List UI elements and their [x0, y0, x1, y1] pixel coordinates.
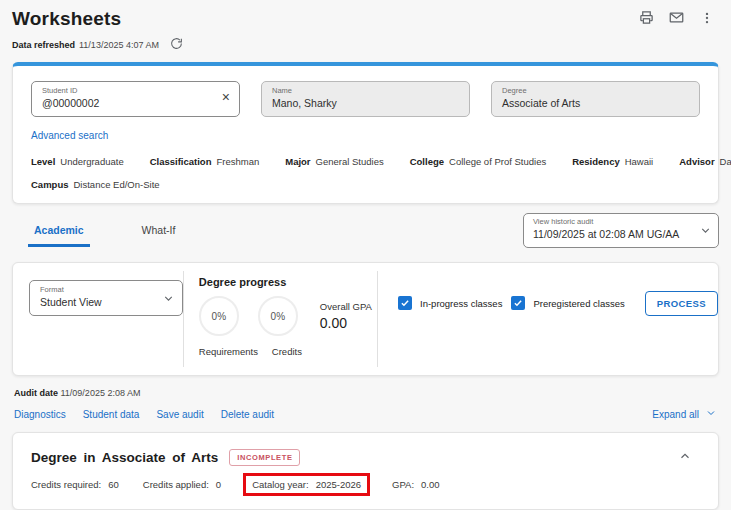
attr-major: Major General Studies: [285, 156, 383, 167]
kebab-menu-icon: [700, 11, 714, 28]
degree-progress-section: Degree progress 0% 0% Overall GPA 0.00 R…: [184, 263, 377, 375]
student-fields-row: Student ID @00000002 × Name Mano, Sharky…: [31, 81, 700, 117]
collapse-section-button[interactable]: [678, 449, 692, 466]
data-refreshed-timestamp: 11/13/2025 4:07 AM: [79, 40, 159, 50]
gpa-detail: GPA: 0.00: [392, 479, 440, 490]
preregistered-checkbox-item[interactable]: Preregistered classes: [511, 296, 624, 310]
tab-what-if[interactable]: What-If: [136, 214, 182, 247]
overall-gpa-block: Overall GPA 0.00: [320, 301, 372, 331]
audit-bar: Audit date 11/09/2025 2:08 AM Diagnostic…: [12, 388, 719, 421]
chevron-down-icon: [699, 224, 712, 239]
print-icon: [639, 10, 654, 28]
page-header: Worksheets: [12, 0, 719, 28]
advanced-search-link[interactable]: Advanced search: [31, 130, 108, 141]
credits-required-value: 60: [108, 479, 119, 490]
refresh-button[interactable]: [170, 37, 183, 53]
gpa-label: GPA:: [392, 479, 414, 490]
diagnostics-link[interactable]: Diagnostics: [14, 409, 66, 420]
credits-required-detail: Credits required: 60: [31, 479, 119, 490]
degree-value: Associate of Arts: [502, 97, 689, 109]
attr-level-value: Undergraduate: [60, 156, 123, 167]
page-title: Worksheets: [12, 8, 121, 30]
student-id-label: Student ID: [42, 86, 229, 95]
expand-all-control[interactable]: Expand all: [652, 407, 717, 421]
status-badge-incomplete: INCOMPLETE: [229, 449, 300, 466]
attr-residency-label: Residency: [572, 156, 620, 167]
chevron-up-icon: [678, 449, 692, 466]
attr-college-value: College of Prof Studies: [449, 156, 546, 167]
student-name-value: Mano, Sharky: [272, 97, 459, 109]
save-audit-link[interactable]: Save audit: [156, 409, 203, 420]
credits-applied-value: 0: [216, 479, 221, 490]
in-progress-checkbox-item[interactable]: In-progress classes: [398, 296, 502, 310]
expand-all-label: Expand all: [652, 409, 699, 420]
historic-audit-select[interactable]: View historic audit 11/09/2025 at 02:08 …: [523, 213, 719, 248]
attr-campus: Campus Distance Ed/On-Site: [31, 179, 160, 190]
student-id-field[interactable]: Student ID @00000002 ×: [31, 81, 240, 117]
student-attributes: Level Undergraduate Classification Fresh…: [31, 156, 700, 190]
attr-major-value: General Studies: [316, 156, 384, 167]
degree-details-row: Credits required: 60 Credits applied: 0 …: [31, 479, 700, 490]
degree-block-header: Degree in Associate of Arts INCOMPLETE: [31, 449, 700, 466]
audit-links: Diagnostics Student data Save audit Dele…: [14, 409, 274, 420]
student-name-field: Name Mano, Sharky: [261, 81, 470, 117]
email-icon: [669, 10, 684, 28]
attr-residency: Residency Hawaii: [572, 156, 653, 167]
audit-date-value: 11/09/2025 2:08 AM: [61, 388, 141, 398]
student-search-card: Student ID @00000002 × Name Mano, Sharky…: [12, 62, 719, 204]
credits-applied-label: Credits applied:: [143, 479, 209, 490]
attr-classification: Classification Freshman: [150, 156, 260, 167]
email-button[interactable]: [666, 9, 687, 30]
catalog-year-value: 2025-2026: [316, 479, 361, 490]
requirements-label: Requirements: [199, 346, 272, 357]
checkbox-checked-icon[interactable]: [398, 296, 412, 310]
credits-required-label: Credits required:: [31, 479, 101, 490]
preregistered-checkbox-label: Preregistered classes: [533, 298, 624, 309]
tab-academic[interactable]: Academic: [28, 214, 90, 247]
format-section: Format Student View: [13, 263, 183, 375]
format-label: Format: [40, 285, 158, 294]
chevron-down-icon: [162, 292, 175, 307]
attr-campus-value: Distance Ed/On-Site: [73, 179, 159, 190]
degree-field: Degree Associate of Arts: [491, 81, 700, 117]
catalog-year-detail-highlighted: Catalog year: 2025-2026: [243, 473, 370, 496]
degree-progress-body: 0% 0% Overall GPA 0.00: [199, 296, 377, 336]
data-refreshed-label: Data refreshed: [12, 40, 75, 50]
attr-campus-label: Campus: [31, 179, 68, 190]
process-button[interactable]: PROCESS: [645, 291, 718, 316]
attributes-row-1: Level Undergraduate Classification Fresh…: [31, 156, 700, 167]
credits-applied-detail: Credits applied: 0: [143, 479, 221, 490]
requirements-progress-ring: 0%: [199, 296, 239, 336]
audit-date: Audit date 11/09/2025 2:08 AM: [14, 388, 717, 398]
overall-gpa-value: 0.00: [320, 315, 372, 331]
worksheets-page: Worksheets Data refreshed 11/13/2025 4:0…: [0, 0, 731, 510]
checkbox-checked-icon[interactable]: [511, 296, 525, 310]
attr-advisor-value: Darlene Ramos: [720, 156, 731, 167]
gpa-value: 0.00: [421, 479, 440, 490]
format-select[interactable]: Format Student View: [29, 280, 183, 316]
refresh-icon: [170, 37, 183, 53]
student-id-value: @00000002: [42, 97, 229, 109]
degree-label: Degree: [502, 86, 689, 95]
student-name-label: Name: [272, 86, 459, 95]
credits-label: Credits: [272, 346, 302, 357]
attr-classification-label: Classification: [150, 156, 212, 167]
credits-progress-ring: 0%: [258, 296, 298, 336]
delete-audit-link[interactable]: Delete audit: [221, 409, 274, 420]
print-button[interactable]: [636, 9, 657, 30]
tabs-row: Academic What-If View historic audit 11/…: [12, 206, 719, 254]
attr-college-label: College: [410, 156, 444, 167]
attributes-row-2: Campus Distance Ed/On-Site: [31, 179, 700, 190]
historic-audit-label: View historic audit: [533, 217, 696, 226]
audit-links-row: Diagnostics Student data Save audit Dele…: [14, 407, 717, 421]
attr-college: College College of Prof Studies: [410, 156, 546, 167]
degree-progress-title: Degree progress: [199, 276, 377, 288]
degree-block-title: Degree in Associate of Arts: [31, 450, 218, 465]
attr-level: Level Undergraduate: [31, 156, 124, 167]
more-options-button[interactable]: [696, 9, 717, 30]
format-value: Student View: [40, 296, 158, 308]
process-options-section: In-progress classes Preregistered classe…: [378, 277, 718, 329]
clear-student-id-button[interactable]: ×: [222, 90, 230, 104]
student-data-link[interactable]: Student data: [83, 409, 140, 420]
in-progress-checkbox-label: In-progress classes: [420, 298, 502, 309]
